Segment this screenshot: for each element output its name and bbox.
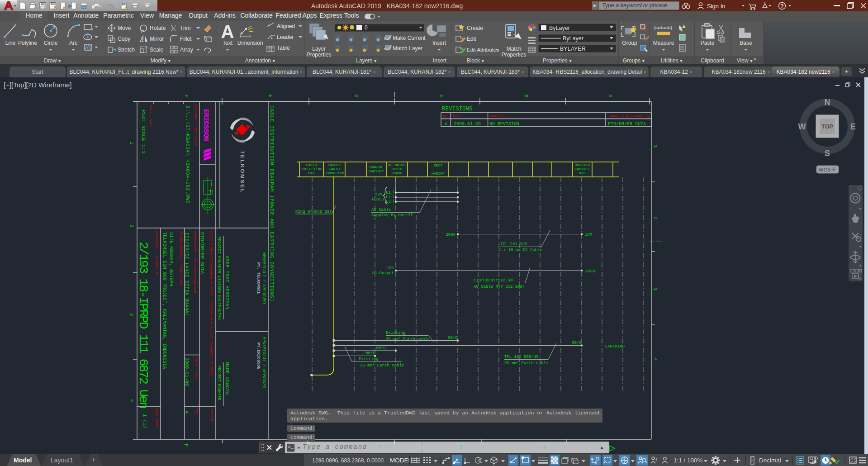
svg-text:Copy: Copy [118, 36, 130, 42]
svg-text:NO REVISION: NO REVISION [489, 122, 519, 127]
svg-text:TFL 281 325: TFL 281 325 [500, 242, 527, 247]
svg-text:1: 1 [653, 145, 658, 147]
svg-text:A: A [445, 122, 447, 127]
svg-text:INDOOR: INDOOR [328, 163, 341, 167]
svg-text:C: C [439, 95, 444, 97]
svg-text:Produktbenämning - Product nam: Produktbenämning - Product name [179, 231, 182, 286]
svg-text:PROJECT MANAGER LIAISON KALIMA: PROJECT MANAGER LIAISON KALIMANTAN [217, 237, 221, 320]
svg-text:Leader: Leader [277, 34, 294, 40]
svg-text:Decimal: Decimal [759, 457, 781, 464]
svg-text:?: ? [781, 3, 784, 9]
svg-text:Table: Table [277, 45, 290, 51]
svg-text:S: S [825, 149, 830, 158]
svg-text:Text: Text [223, 40, 233, 46]
svg-text:Referenser - References: Referenser - References [194, 105, 197, 145]
svg-text:Ring Ground Bar: Ring Ground Bar [295, 209, 332, 214]
svg-text:Edit: Edit [467, 36, 476, 42]
svg-text:Match Layer: Match Layer [393, 45, 422, 52]
svg-text:CONDUCTOR: CONDUCTOR [324, 171, 344, 175]
svg-text:2: 2 [129, 224, 134, 227]
svg-text:32A: 32A [375, 192, 383, 197]
svg-text:EARTH: EARTH [306, 163, 317, 167]
svg-text:TELKOMSEL: TELKOMSEL [240, 151, 245, 193]
svg-text:35 mm² Earth cable: 35 mm² Earth cable [360, 363, 404, 368]
svg-text:3: 3 [129, 313, 134, 316]
svg-text:ByLayer: ByLayer [549, 25, 570, 31]
svg-text:Existing: Existing [386, 331, 405, 335]
svg-text:Dokumentnr. - Document No: Dokumentnr. - Document No [155, 231, 158, 276]
svg-text:Polyline: Polyline [18, 40, 37, 46]
svg-text:Arc: Arc [69, 40, 77, 46]
svg-text:CABINET: CABINET [575, 167, 590, 171]
svg-text:EID/DR/ER SUTA: EID/DR/ER SUTA [199, 232, 205, 274]
svg-text:PLOT SCALE 1:1: PLOT SCALE 1:1 [141, 110, 147, 154]
svg-text:00/G: 00/G [376, 346, 386, 351]
svg-text:REVISIONS: REVISIONS [442, 106, 473, 112]
svg-text:Scale: Scale [150, 47, 163, 53]
svg-text:EARTHING: EARTHING [605, 344, 625, 349]
svg-text:COLLECTING: COLLECTING [300, 167, 322, 171]
svg-text:00/G: 00/G [572, 341, 582, 345]
svg-text:IDM: IDM [585, 233, 592, 237]
svg-text:Mirror: Mirror [150, 36, 164, 42]
svg-text:Edit Attributes: Edit Attributes [467, 47, 499, 52]
svg-text:Datum - Date: Datum - Date [194, 357, 198, 379]
svg-text:2009-01-09: 2009-01-09 [184, 357, 190, 386]
svg-text:SITE KBA034, BATUAH: SITE KBA034, BATUAH [169, 232, 174, 286]
svg-text:00/G: 00/G [448, 336, 458, 340]
svg-text:Make Current: Make Current [393, 35, 426, 41]
svg-text:900: 900 [579, 171, 586, 175]
svg-text:BOARD: BOARD [391, 171, 402, 175]
svg-text:16A: 16A [387, 266, 394, 271]
svg-text:MENYETUJUI / APPROVED: MENYETUJUI / APPROVED [261, 252, 266, 304]
svg-text:PT. TELKOMSEL: PT. TELKOMSEL [256, 262, 261, 294]
svg-text:Base: Base [740, 40, 752, 46]
svg-text:Measure: Measure [653, 40, 674, 46]
svg-text:L2.: L2. [386, 195, 393, 200]
svg-text:F: F [184, 95, 189, 97]
svg-text:4: 4 [653, 358, 658, 361]
svg-text:AC Cable: AC Cable [371, 208, 391, 212]
svg-text:ACCU: ACCU [585, 269, 595, 274]
svg-text:Checked: Checked [210, 409, 213, 421]
svg-text:Circle: Circle [44, 40, 58, 46]
svg-text:F: F [183, 444, 189, 447]
svg-text:Blad -Sheet: Blad -Sheet [155, 409, 158, 428]
svg-text:Rev: Rev [195, 409, 198, 414]
svg-text:TELKOMSEL GSM 900 PROJECT, KAL: TELKOMSEL GSM 900 PROJECT, KALIMANTAN, I… [162, 232, 167, 369]
svg-text:E: E [850, 122, 856, 131]
svg-text:FUSES: FUSES [372, 197, 384, 202]
svg-text:EID/DR/EC (ANDI SETIA BUANA): EID/DR/EC (ANDI SETIA BUANA) [184, 233, 190, 316]
svg-text:Existing: Existing [359, 357, 378, 361]
svg-text:RBS2116: RBS2116 [575, 163, 590, 167]
svg-text:Fillet: Fillet [180, 36, 192, 42]
svg-text:Line: Line [5, 40, 16, 46]
svg-text:MADE ASWAYA: MADE ASWAYA [224, 362, 230, 395]
svg-text:4: 4 [129, 399, 134, 402]
svg-text:Changes: Changes [489, 114, 505, 118]
svg-text:1 (1): 1 (1) [142, 414, 147, 428]
svg-text:Trim: Trim [180, 25, 191, 31]
svg-text:Dimension: Dimension [237, 40, 263, 46]
svg-text:CABLE DISTRIBUTION DIAGRAM (PO: CABLE DISTRIBUTION DIAGRAM (POWER AND EA… [269, 105, 275, 302]
svg-text:BAR: BAR [308, 171, 315, 175]
svg-text:EID/CBLNYY3x2.5M: EID/CBLNYY3x2.5M [474, 278, 512, 283]
svg-text:ASEP IDAT HERDIMAN: ASEP IDAT HERDIMAN [224, 256, 230, 309]
svg-text:Layer: Layer [312, 46, 326, 52]
svg-text:Insert: Insert [432, 40, 446, 46]
svg-text:Rotate: Rotate [150, 25, 166, 31]
svg-text:200A: 200A [446, 233, 455, 237]
svg-text:BYLAYER: BYLAYER [560, 46, 586, 52]
svg-text:N: N [825, 98, 830, 107]
svg-text:A: A [184, 411, 190, 414]
svg-text:Supplay By Hariff: Supplay By Hariff [371, 213, 413, 218]
svg-text:HARIFF: HARIFF [432, 171, 445, 176]
svg-text:AC MAINS: AC MAINS [388, 163, 406, 167]
svg-text:Group: Group [622, 40, 637, 46]
svg-text:AC Output: AC Output [372, 271, 394, 276]
svg-text:PT.ERICSSON: PT.ERICSSON [256, 342, 261, 369]
svg-text:Dokansv/Godk - Doc respons/App: Dokansv/Godk - Doc respons/Approved [193, 231, 196, 293]
svg-text:2: 2 [653, 216, 658, 219]
svg-text:L1.: L1. [386, 190, 393, 195]
svg-text:TFL 104 509/45: TFL 104 509/45 [504, 355, 539, 359]
